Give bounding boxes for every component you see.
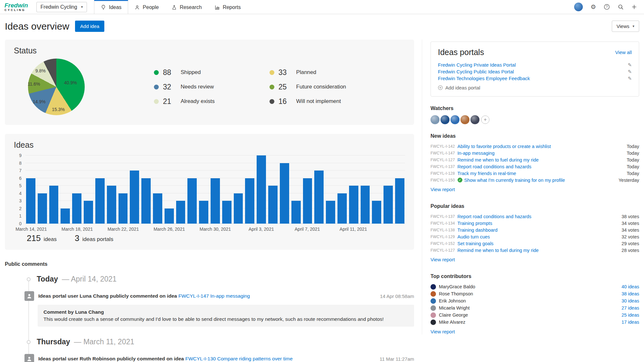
bar <box>395 178 404 224</box>
legend-count: 21 <box>163 97 176 106</box>
new-ideas-title: New ideas <box>431 133 639 139</box>
idea-title-link[interactable]: Remind me when to fuel during my ride <box>458 248 539 253</box>
view-all-link[interactable]: View all <box>615 50 632 55</box>
idea-date: Yesterday <box>614 178 639 183</box>
search-icon[interactable] <box>618 4 624 10</box>
comment-day-heading: Today— April 14, 2021 <box>37 275 414 283</box>
add-ideas-portal-button[interactable]: Add ideas portal <box>438 85 632 90</box>
y-axis-tick: 4 <box>19 191 22 196</box>
bar <box>349 186 358 224</box>
idea-date: Today <box>622 157 639 162</box>
idea-id: FWCYL-I-147 <box>431 151 455 155</box>
idea-id: FWCYL-I-128 <box>431 171 455 176</box>
gear-icon[interactable]: ⚙ <box>591 3 596 11</box>
contributor-row: Micaela Wright27 ideas <box>431 304 639 311</box>
idea-title-link[interactable]: Report road conditions and hazards <box>458 214 532 219</box>
chart-icon <box>215 5 220 10</box>
watcher-avatar[interactable] <box>450 115 459 124</box>
idea-title-link[interactable]: Report road conditions and hazards <box>458 164 532 169</box>
add-idea-button[interactable]: Add idea <box>75 21 104 32</box>
tab-research[interactable]: Research <box>165 0 208 14</box>
pie-percent-label: 15.3% <box>52 107 65 112</box>
edit-pencil-icon[interactable]: ✎ <box>628 69 632 75</box>
contributor-name: MaryGrace Baldo <box>439 284 475 289</box>
contributor-row: Claire George25 ideas <box>431 311 639 319</box>
legend-label: Will not implement <box>296 98 341 105</box>
timeline-dot <box>27 277 31 281</box>
contributor-name: Rose Thompson <box>439 291 473 296</box>
idea-date: Today <box>622 144 639 149</box>
idea-title-link[interactable]: Remind me when to fuel during my ride <box>458 157 539 162</box>
idea-row: FWCYL-I-128Track my friends in real-time… <box>431 170 639 177</box>
views-button[interactable]: Views ▾ <box>612 21 639 32</box>
idea-title-link[interactable]: In-app messaging <box>458 151 495 156</box>
idea-title-link[interactable]: Set training goals <box>458 241 494 246</box>
contributor-ideas-link[interactable]: 27 ideas <box>621 305 639 311</box>
date-label: — March 11, 2021 <box>74 338 135 346</box>
idea-row: FWCYL-I-129Audio turn cues32 votes <box>431 233 639 240</box>
new-ideas-view-report-link[interactable]: View report <box>431 187 455 192</box>
x-axis-label: March 22, 2021 <box>108 227 139 232</box>
sidebar: Ideas portals View all Fredwin Cycling P… <box>422 40 639 335</box>
watcher-avatar[interactable] <box>440 115 450 124</box>
legend-item: 33Planned <box>270 68 346 77</box>
idea-link[interactable]: FWCYL-I-147 In-app messaging <box>178 293 250 299</box>
plus-icon[interactable] <box>631 4 637 10</box>
legend-label: Shipped <box>181 69 201 76</box>
idea-link[interactable]: FWCYL-I-130 Compare riding patterns over… <box>185 356 292 361</box>
brand-subtitle: CYCLING <box>5 8 28 12</box>
portal-link[interactable]: Fredwin Technologies Employee Feedback <box>438 76 530 81</box>
ideas-portals-card: Ideas portals View all Fredwin Cycling P… <box>431 42 639 97</box>
idea-id: FWCYL-I-152 <box>431 241 455 246</box>
portal-link[interactable]: Fredwin Cycling Public Ideas Portal <box>438 69 514 74</box>
legend-dot <box>270 85 274 89</box>
bar <box>72 193 81 224</box>
app-root: Fredwin CYCLING Fredwin Cycling ▾ IdeasP… <box>0 0 644 362</box>
x-axis-label: March 14, 2021 <box>15 227 47 232</box>
idea-title-link[interactable]: Training prompts <box>458 221 492 226</box>
idea-date: Today <box>622 164 639 169</box>
bar <box>118 193 128 224</box>
x-axis-label: March 18, 2021 <box>62 227 93 232</box>
tab-reports[interactable]: Reports <box>208 0 247 14</box>
comment-timestamp: 11 Mar 11:27am <box>380 356 414 362</box>
comment-day-heading: Thursday— March 11, 2021 <box>37 338 414 346</box>
contributor-avatar <box>431 284 436 290</box>
contributor-ideas-link[interactable]: 38 ideas <box>621 291 639 296</box>
contributor-ideas-link[interactable]: 40 ideas <box>621 284 639 289</box>
tab-people[interactable]: People <box>128 0 165 14</box>
watcher-avatar[interactable] <box>460 115 469 124</box>
idea-title-link[interactable]: Ability to favorite products or create a… <box>458 144 551 149</box>
popular-ideas-view-report-link[interactable]: View report <box>431 257 455 262</box>
idea-votes: 38 votes <box>617 214 639 219</box>
idea-title-link[interactable]: Track my friends in real-time <box>458 171 516 176</box>
idea-id: FWCYL-I-129 <box>431 235 455 239</box>
idea-title-link[interactable]: Training dashboard <box>458 227 497 233</box>
contributors-view-report-link[interactable]: View report <box>431 329 455 334</box>
legend-count: 16 <box>279 97 292 106</box>
contributor-row: Mike Alvarez17 ideas <box>431 319 639 326</box>
comment-group: Today— April 14, 2021Ideas portal user L… <box>5 274 414 327</box>
date-label: — April 14, 2021 <box>62 275 117 283</box>
idea-id: FWCYL-I-134 <box>431 221 455 226</box>
add-watcher-button[interactable]: + <box>481 116 489 124</box>
workspace-selector[interactable]: Fredwin Cycling ▾ <box>36 2 87 12</box>
watcher-avatar[interactable] <box>470 115 479 124</box>
contributor-ideas-link[interactable]: 25 ideas <box>621 312 639 318</box>
watcher-avatar[interactable] <box>431 115 440 124</box>
user-avatar[interactable] <box>574 3 583 11</box>
edit-pencil-icon[interactable]: ✎ <box>628 62 632 68</box>
contributor-ideas-link[interactable]: 17 ideas <box>621 320 639 325</box>
svg-text:?: ? <box>606 5 608 9</box>
brand-logo[interactable]: Fredwin CYCLING <box>5 0 28 14</box>
help-icon[interactable]: ? <box>604 4 610 10</box>
idea-row: FWCYL-I-152Set training goals29 votes <box>431 240 639 247</box>
comment-box: Comment by Luna ChangThis would create s… <box>38 305 414 327</box>
contributor-ideas-link[interactable]: 30 ideas <box>621 298 639 303</box>
idea-title-link[interactable]: Audio turn cues <box>458 234 490 239</box>
idea-title-link[interactable]: Show what I'm currently training for on … <box>464 178 565 183</box>
edit-pencil-icon[interactable]: ✎ <box>628 76 632 81</box>
portal-link[interactable]: Fredwin Cycling Private Ideas Portal <box>438 62 516 68</box>
tab-ideas[interactable]: Ideas <box>94 0 128 14</box>
comment-timestamp: 14 Apr 08:58am <box>380 293 414 299</box>
